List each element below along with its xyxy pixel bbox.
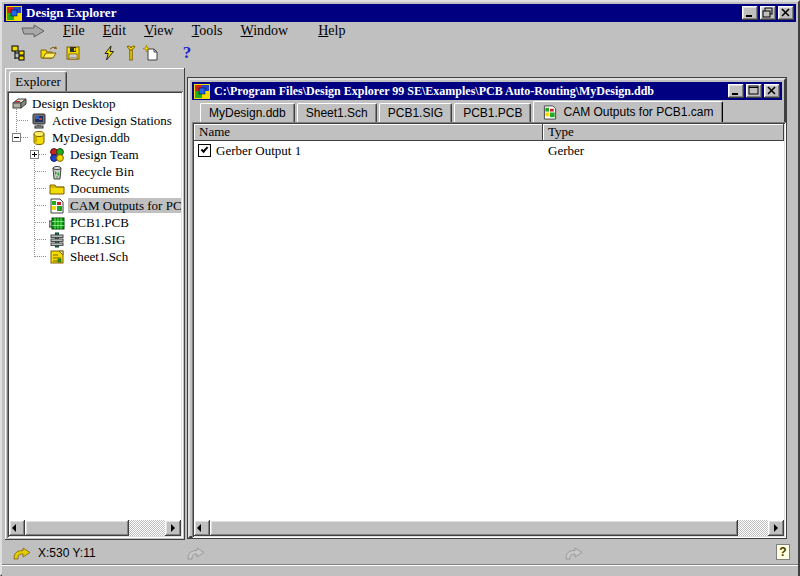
doc-maximize-button-icon[interactable] [746, 84, 762, 98]
tree-connector [35, 256, 47, 257]
close-button-icon[interactable] [778, 6, 794, 20]
team-icon [49, 147, 65, 163]
tab-sheet1-sch[interactable]: Sheet1.Sch [297, 103, 377, 122]
scroll-right-icon[interactable] [768, 520, 784, 536]
menu-edit[interactable]: Edit [94, 22, 135, 40]
tree-item-active-design-stations[interactable]: Active Design Stations [9, 112, 181, 129]
save-icon[interactable] [62, 42, 84, 64]
scroll-left-icon[interactable] [194, 520, 210, 536]
document-window: C:\Program Files\Design Explorer 99 SE\E… [188, 78, 786, 538]
tree-connector [34, 146, 35, 258]
document-icon [194, 84, 210, 99]
status-bar: X:530 Y:11 ? [4, 542, 796, 564]
scroll-left-icon[interactable] [9, 520, 25, 536]
app-icon [6, 6, 22, 21]
tree-connector [17, 120, 29, 121]
folder-icon [49, 181, 65, 197]
design-tree: Design Desktop Active Design Stations My… [7, 91, 183, 538]
recycle-bin-icon [49, 164, 65, 180]
menu-file[interactable]: File [54, 22, 94, 40]
minimize-button-icon[interactable] [742, 6, 758, 20]
status-arrow-icon [12, 547, 32, 560]
workstation-icon [31, 113, 47, 129]
column-header-type[interactable]: Type [543, 124, 784, 141]
column-header-name[interactable]: Name [194, 124, 543, 141]
tree-connector [35, 188, 47, 189]
cam-outputs-icon [49, 198, 65, 214]
restore-button-icon[interactable] [760, 6, 776, 20]
tab-cam-outputs[interactable]: CAM Outputs for PCB1.cam [533, 101, 722, 122]
tab-pcb1-sig[interactable]: PCB1.SIG [379, 103, 452, 122]
bottom-panel [2, 564, 798, 576]
tree-connector [35, 171, 47, 172]
document-horizontal-scrollbar[interactable] [194, 520, 784, 536]
document-tab-bar: MyDesign.ddb Sheet1.Sch PCB1.SIG PCB1.PC… [192, 101, 782, 122]
status-arrow-icon-gray [564, 547, 584, 560]
menu-view[interactable]: View [135, 22, 183, 40]
menu-window[interactable]: Window [232, 22, 298, 40]
scrollbar-track[interactable] [738, 520, 768, 536]
scroll-right-icon[interactable] [165, 520, 181, 536]
schematic-document-icon [49, 249, 65, 265]
signal-document-icon [49, 232, 65, 248]
menu-help[interactable]: Help [309, 22, 354, 40]
open-document-icon[interactable] [38, 42, 60, 64]
expand-toggle-plus[interactable] [30, 150, 39, 159]
explorer-toggle-icon[interactable] [8, 42, 30, 64]
tab-pcb1-pcb[interactable]: PCB1.PCB [454, 103, 531, 122]
tree-item-mydesign-ddb[interactable]: MyDesign.ddb [9, 129, 181, 146]
scrollbar-track[interactable] [129, 520, 165, 536]
document-titlebar[interactable]: C:\Program Files\Design Explorer 99 SE\E… [192, 82, 782, 100]
tree-item-design-desktop[interactable]: Design Desktop [9, 95, 181, 112]
tree-connector [35, 222, 47, 223]
new-document-icon[interactable] [140, 42, 162, 64]
document-title: C:\Program Files\Design Explorer 99 SE\E… [214, 84, 728, 99]
tree-horizontal-scrollbar[interactable] [9, 520, 181, 536]
cam-document-icon [542, 105, 558, 120]
compile-icon[interactable] [98, 42, 120, 64]
cam-outputs-view: Name Type Gerber Output 1 Gerber [192, 122, 786, 538]
doc-minimize-button-icon[interactable] [728, 84, 744, 98]
cursor-coordinates: X:530 Y:11 [38, 546, 96, 560]
table-row[interactable]: Gerber Output 1 Gerber [194, 141, 784, 160]
collapse-toggle-minus[interactable] [12, 133, 21, 142]
tree-connector [35, 205, 47, 206]
output-name: Gerber Output 1 [216, 143, 301, 159]
help-icon[interactable]: ? [176, 42, 198, 64]
titlebar[interactable]: Design Explorer [4, 4, 796, 22]
menu-tools[interactable]: Tools [183, 22, 232, 40]
context-help-icon[interactable]: ? [776, 544, 790, 560]
tab-mydesign-ddb[interactable]: MyDesign.ddb [200, 103, 295, 122]
status-arrow-icon-gray [186, 547, 206, 560]
scrollbar-thumb[interactable] [210, 520, 738, 536]
desktop-icon [11, 96, 27, 112]
table-header: Name Type [194, 124, 784, 141]
main-window: Design Explorer File Edit View Tools Win… [0, 0, 800, 576]
options-icon[interactable] [120, 42, 142, 64]
window-title: Design Explorer [26, 5, 116, 21]
scrollbar-thumb[interactable] [25, 520, 129, 536]
doc-close-button-icon[interactable] [764, 84, 780, 98]
tree-connector [35, 239, 47, 240]
row-checkbox[interactable] [198, 144, 211, 157]
output-type: Gerber [543, 143, 784, 159]
design-menu-arrow-icon[interactable] [20, 24, 46, 38]
database-icon [31, 130, 47, 146]
toolbar: ? [4, 40, 796, 67]
pcb-document-icon [49, 215, 65, 231]
menu-bar: File Edit View Tools Window Help [4, 22, 796, 40]
explorer-panel: Explorer [5, 68, 185, 540]
tab-explorer[interactable]: Explorer [9, 71, 67, 91]
